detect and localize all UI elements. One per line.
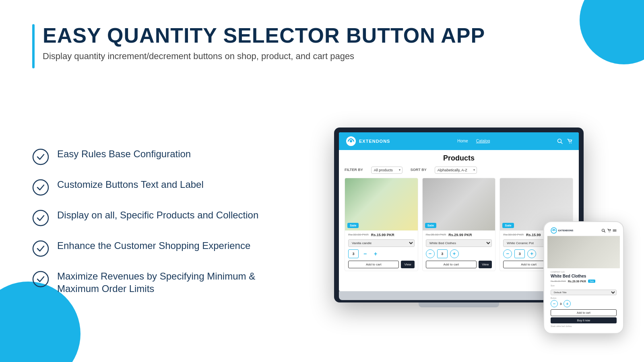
laptop-foot	[419, 302, 499, 307]
price-old-2: Rs.35.00 PKR	[426, 233, 446, 237]
svg-point-3	[33, 241, 48, 256]
phone-qty-increase[interactable]: +	[564, 300, 571, 307]
qty-decrease-2[interactable]: −	[426, 249, 435, 258]
variant-select-1[interactable]: Vanilla candle	[348, 239, 415, 247]
phone-nav: EXTENDONS	[547, 225, 620, 236]
feature-item-2: Customize Buttons Text and Label	[32, 178, 290, 196]
features-section: Easy Rules Base Configuration Customize …	[32, 88, 290, 346]
phone-product-title: White Bed Clothes	[551, 274, 617, 278]
checkmark-icon-1	[32, 148, 49, 165]
phone-button-label: Button	[551, 297, 617, 299]
view-btn-2[interactable]: View	[479, 261, 492, 268]
page-subtitle: Display quantity increment/decrement but…	[43, 51, 485, 62]
product-image-2: Sale	[423, 178, 495, 230]
phone-search-icon[interactable]	[601, 228, 605, 232]
svg-point-4	[33, 272, 48, 287]
qty-increase-1[interactable]: +	[372, 250, 380, 258]
shop-ui: EXTENDONS Home Catalog	[339, 132, 579, 291]
svg-line-8	[561, 142, 563, 144]
svg-point-12	[553, 230, 555, 231]
sale-badge-1: Sale	[347, 223, 359, 228]
phone-company-label: COMPANY 123	[551, 271, 617, 273]
qty-row-2: − 3 +	[426, 249, 492, 258]
checkmark-icon-2	[32, 179, 49, 196]
shop-nav-catalog[interactable]: Catalog	[476, 139, 490, 143]
phone-add-to-cart[interactable]: Add to cart	[551, 309, 617, 316]
feature-item-4: Enhance the Customer Shopping Experience	[32, 239, 290, 257]
feature-text-1: Easy Rules Base Configuration	[57, 148, 191, 160]
phone-qty-decrease[interactable]: −	[551, 300, 558, 307]
header-section: EASY QUANTITY SELECTOR BUTTON APP Displa…	[32, 24, 612, 68]
mockups-section: EXTENDONS Home Catalog	[306, 88, 612, 346]
shop-nav: EXTENDONS Home Catalog	[339, 132, 579, 150]
feature-item-5: Maximize Revenues by Specifying Minimum …	[32, 270, 290, 295]
phone-cart-icon[interactable]	[607, 228, 611, 232]
feature-text-3: Display on all, Specific Products and Co…	[57, 209, 258, 221]
phone-logo-text: EXTENDONS	[558, 229, 573, 232]
view-btn-1[interactable]: View	[401, 261, 414, 268]
feature-text-2: Customize Buttons Text and Label	[57, 178, 204, 191]
cart-icon[interactable]	[567, 138, 572, 144]
sort-by-label: SORT BY	[411, 168, 427, 172]
product-image-1: Sale	[345, 178, 418, 230]
shop-page-title: Products	[345, 154, 573, 162]
shop-filters: FILTER BY All products SORT BY	[345, 166, 573, 174]
phone-mockup: EXTENDONS	[543, 221, 624, 334]
phone-nav-icons	[601, 228, 617, 232]
checkmark-icon-4	[32, 240, 49, 257]
add-to-cart-2[interactable]: Add to cart	[426, 261, 477, 268]
filter-by-label: FILTER BY	[345, 168, 363, 172]
svg-point-0	[33, 149, 48, 165]
svg-point-2	[33, 210, 48, 226]
shop-body: Products FILTER BY All products SORT BY	[339, 150, 579, 291]
feature-text-5: Maximize Revenues by Specifying Minimum …	[57, 270, 255, 295]
filter-select-wrap[interactable]: All products	[371, 166, 402, 174]
qty-decrease-1[interactable]: −	[361, 250, 369, 258]
extendons-logo-icon	[345, 136, 357, 147]
price-new-2: Rs.29.99 PKR	[448, 233, 472, 237]
product-price-1: Rs.30.00 PKR Rs.15.99 PKR	[348, 233, 415, 237]
phone-logo-wrap: EXTENDONS	[551, 227, 573, 234]
filter-select[interactable]: All products	[371, 167, 402, 174]
sort-select[interactable]: Alphabetically, A-Z	[435, 167, 477, 174]
variant-select-2[interactable]: White Bed Clothes	[426, 239, 492, 247]
feature-text-4: Enhance the Customer Shopping Experience	[57, 239, 250, 252]
qty-value-1: 3	[348, 249, 359, 258]
action-row-2: Add to cart View	[426, 261, 492, 268]
qty-increase-3[interactable]: +	[527, 249, 536, 258]
add-to-cart-1[interactable]: Add to cart	[348, 261, 399, 268]
phone-logo-icon	[551, 227, 557, 234]
laptop-base	[339, 291, 579, 300]
svg-point-16	[610, 232, 610, 232]
phone-buy-now[interactable]: Buy it now	[551, 317, 617, 323]
phone-description: Sleek white bed clothes	[551, 325, 617, 327]
sale-badge-2: Sale	[425, 223, 436, 228]
feature-item-1: Easy Rules Base Configuration	[32, 148, 290, 165]
svg-point-6	[350, 140, 352, 142]
header-accent-bar	[32, 24, 35, 68]
search-icon[interactable]	[557, 138, 563, 144]
phone-qty-value: 3	[560, 302, 561, 306]
phone-outer: EXTENDONS	[543, 221, 624, 334]
svg-point-15	[609, 232, 609, 232]
page-title: EASY QUANTITY SELECTOR BUTTON APP	[43, 24, 485, 47]
phone-sale-badge: Sale	[588, 280, 595, 283]
price-old-1: Rs.30.00 PKR	[348, 233, 369, 237]
svg-point-10	[571, 142, 572, 143]
svg-point-9	[569, 142, 570, 143]
phone-product-image	[547, 236, 620, 268]
shop-products-grid: Sale Rs.30.00 PKR Rs.15.99 PKR	[345, 178, 573, 271]
phone-variant-select[interactable]: Default Title	[551, 290, 617, 295]
shop-nav-home[interactable]: Home	[457, 139, 468, 143]
phone-product-body: COMPANY 123 White Bed Clothes Rs.35.00 P…	[547, 268, 620, 330]
sort-select-wrap[interactable]: Alphabetically, A-Z	[435, 166, 477, 174]
phone-menu-icon[interactable]	[613, 228, 617, 232]
phone-price-new: Rs.29.99 PKR	[568, 280, 586, 283]
qty-decrease-3[interactable]: −	[503, 249, 512, 258]
qty-increase-2[interactable]: +	[450, 249, 459, 258]
price-old-3: Rs.30.00 PKR	[503, 233, 524, 237]
shop-nav-icons	[557, 138, 572, 144]
feature-item-3: Display on all, Specific Products and Co…	[32, 209, 290, 226]
checkmark-icon-3	[32, 210, 49, 226]
price-new-3: Rs.15.99	[526, 233, 541, 237]
